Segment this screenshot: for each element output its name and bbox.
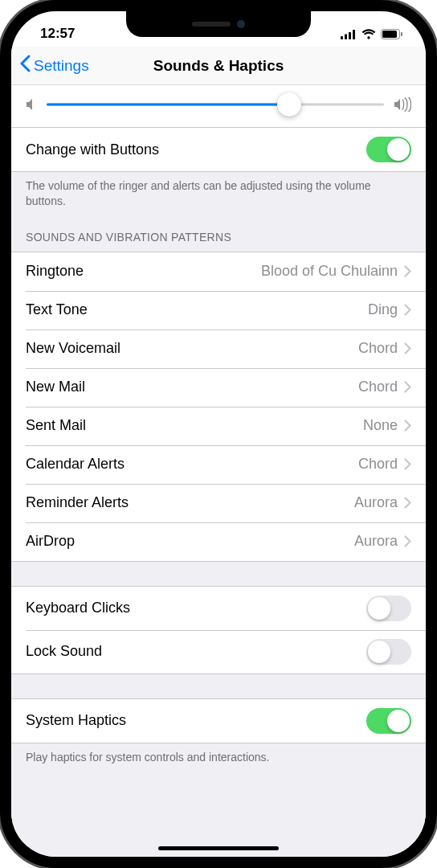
pattern-label: Text Tone	[26, 301, 88, 318]
pattern-row[interactable]: Sent MailNone	[11, 407, 426, 445]
pattern-value: Chord	[358, 456, 398, 473]
change-with-buttons-row[interactable]: Change with Buttons	[11, 128, 426, 171]
system-haptics-row[interactable]: System Haptics	[11, 699, 426, 743]
svg-rect-5	[382, 31, 397, 38]
volume-high-icon	[394, 97, 411, 112]
pattern-label: Reminder Alerts	[26, 494, 129, 511]
haptics-footer-text: Play haptics for system controls and int…	[11, 743, 426, 772]
svg-rect-2	[349, 32, 351, 39]
chevron-right-icon	[404, 265, 411, 277]
svg-rect-6	[401, 32, 402, 36]
phone-frame: 12:57 Settings Sounds & Ha	[0, 0, 437, 868]
lock-sound-label: Lock Sound	[26, 643, 102, 660]
pattern-value: Aurora	[354, 494, 398, 511]
lock-sound-toggle[interactable]	[366, 639, 411, 665]
pattern-row[interactable]: RingtoneBlood of Cu Chulainn	[11, 252, 426, 291]
chevron-right-icon	[404, 420, 411, 432]
haptics-group: System Haptics	[11, 698, 426, 743]
pattern-label: Calendar Alerts	[26, 456, 125, 473]
pattern-value: None	[363, 417, 398, 434]
change-with-buttons-label: Change with Buttons	[26, 141, 159, 158]
home-indicator[interactable]	[158, 846, 279, 850]
status-time: 12:57	[40, 26, 75, 42]
notch	[126, 11, 311, 37]
system-haptics-toggle[interactable]	[366, 708, 411, 734]
chevron-right-icon	[404, 304, 411, 316]
pattern-row[interactable]: Calendar AlertsChord	[11, 445, 426, 484]
pattern-row[interactable]: New VoicemailChord	[11, 330, 426, 368]
pattern-row[interactable]: Text ToneDing	[11, 291, 426, 330]
pattern-row[interactable]: AirDropAurora	[11, 522, 426, 561]
keyboard-clicks-row[interactable]: Keyboard Clicks	[11, 587, 426, 630]
volume-slider[interactable]	[47, 93, 384, 116]
content: Change with Buttons The volume of the ri…	[11, 85, 426, 857]
chevron-right-icon	[404, 497, 411, 509]
screen: 12:57 Settings Sounds & Ha	[11, 11, 426, 857]
pattern-label: New Mail	[26, 379, 85, 395]
pattern-value: Aurora	[354, 533, 398, 550]
nav-bar: Settings Sounds & Haptics	[11, 47, 426, 85]
pattern-row[interactable]: New MailChord	[11, 368, 426, 407]
status-icons	[341, 29, 403, 39]
system-haptics-label: System Haptics	[26, 712, 126, 729]
keyboard-clicks-label: Keyboard Clicks	[26, 600, 130, 616]
chevron-right-icon	[404, 342, 411, 354]
pattern-label: Sent Mail	[26, 417, 86, 434]
lock-sound-row[interactable]: Lock Sound	[11, 630, 426, 674]
pattern-value: Ding	[368, 301, 398, 318]
pattern-label: AirDrop	[26, 533, 75, 550]
battery-icon	[381, 29, 403, 39]
svg-rect-1	[345, 34, 347, 39]
patterns-section-header: Sounds and Vibration Patterns	[11, 215, 426, 252]
patterns-group: RingtoneBlood of Cu ChulainnText ToneDin…	[11, 252, 426, 562]
chevron-right-icon	[404, 458, 411, 470]
pattern-value: Blood of Cu Chulainn	[261, 263, 398, 280]
pattern-label: New Voicemail	[26, 340, 120, 357]
volume-footer-text: The volume of the ringer and alerts can …	[11, 172, 426, 215]
change-with-buttons-toggle[interactable]	[366, 137, 411, 162]
chevron-right-icon	[404, 535, 411, 547]
back-button[interactable]: Settings	[11, 55, 89, 76]
svg-rect-0	[341, 36, 343, 39]
keyboard-clicks-toggle[interactable]	[366, 596, 411, 621]
svg-rect-3	[353, 30, 355, 39]
chevron-right-icon	[404, 381, 411, 393]
back-label: Settings	[34, 57, 89, 75]
pattern-value: Chord	[358, 379, 398, 395]
system-sounds-group: Keyboard Clicks Lock Sound	[11, 586, 426, 674]
volume-slider-row	[11, 85, 426, 128]
cellular-icon	[341, 29, 357, 39]
pattern-value: Chord	[358, 340, 398, 357]
pattern-label: Ringtone	[26, 263, 84, 280]
volume-low-icon	[26, 98, 37, 111]
wifi-icon	[361, 29, 376, 39]
pattern-row[interactable]: Reminder AlertsAurora	[11, 484, 426, 522]
chevron-left-icon	[19, 55, 31, 76]
